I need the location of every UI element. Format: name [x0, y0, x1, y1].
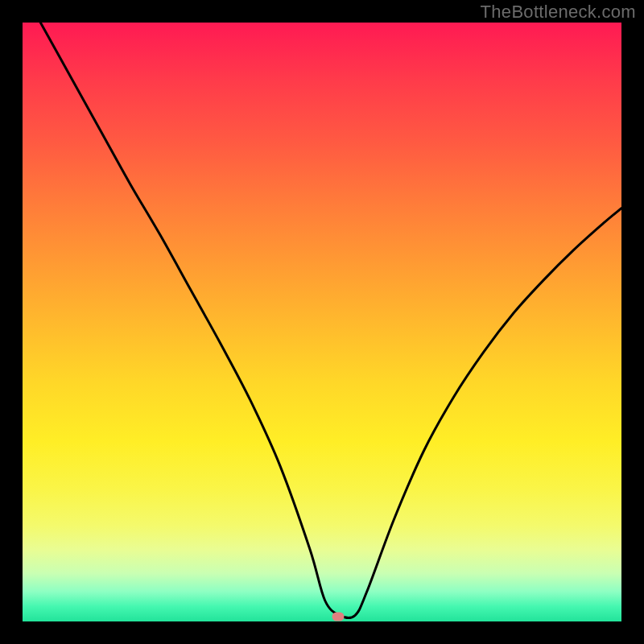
plot-area [23, 23, 621, 621]
watermark-text: TheBottleneck.com [481, 2, 636, 23]
optimal-point-marker [332, 613, 345, 621]
chart-frame: TheBottleneck.com [0, 0, 644, 644]
bottleneck-curve [23, 23, 621, 621]
